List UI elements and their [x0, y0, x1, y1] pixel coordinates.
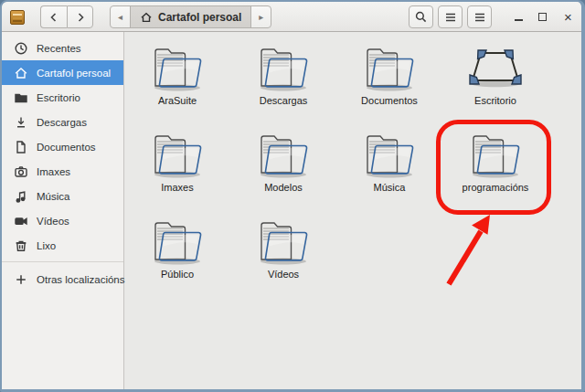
- menu-button[interactable]: [467, 5, 492, 28]
- navigation-buttons: [40, 5, 93, 28]
- music-icon: [14, 189, 28, 204]
- search-icon: [415, 11, 427, 23]
- folder-icon: [148, 129, 207, 180]
- folder-item-descargas[interactable]: Descargas: [234, 42, 333, 122]
- folder-icon: [254, 129, 313, 180]
- desktop-icon: [466, 42, 525, 93]
- sidebar-item-música[interactable]: Música: [2, 184, 123, 208]
- clock-icon: [14, 41, 28, 56]
- sidebar-item-label: Descargas: [37, 117, 87, 128]
- sidebar-item-label: Escritorio: [37, 92, 80, 103]
- sidebar-item-label: Imaxes: [37, 166, 70, 177]
- folder-item-arasuite[interactable]: AraSuite: [128, 42, 227, 122]
- sidebar-item-lixo[interactable]: Lixo: [2, 233, 123, 258]
- folder-item-label: Descargas: [260, 95, 308, 106]
- minimize-icon[interactable]: [515, 13, 523, 21]
- window-controls: ×: [515, 2, 574, 32]
- sidebar-item-cartafol-persoal[interactable]: Cartafol persoal: [2, 60, 123, 85]
- home-icon: [140, 11, 153, 24]
- folder-item-música[interactable]: Música: [340, 129, 439, 209]
- close-icon[interactable]: ×: [562, 11, 574, 23]
- folder-item-vídeos[interactable]: Vídeos: [234, 216, 333, 296]
- search-button[interactable]: [409, 5, 433, 28]
- folder-icon: [14, 90, 28, 105]
- sidebar-item-other-locations[interactable]: Otras localizacións: [2, 267, 123, 291]
- folder-item-label: AraSuite: [158, 95, 197, 106]
- video-icon: [14, 214, 28, 228]
- sidebar-item-label: Documentos: [37, 142, 96, 153]
- sidebar-separator: [2, 261, 123, 262]
- folder-item-label: Documentos: [361, 95, 418, 106]
- sidebar-item-label: Lixo: [37, 240, 56, 251]
- sidebar-item-label: Vídeos: [37, 216, 69, 227]
- folder-item-programacións[interactable]: programacións: [446, 129, 545, 209]
- camera-icon: [14, 164, 28, 179]
- sidebar-item-descargas[interactable]: Descargas: [2, 110, 123, 134]
- folder-icon: [360, 129, 419, 180]
- titlebar: ◂ Cartafol persoal ▸ ×: [2, 2, 581, 32]
- view-list-button[interactable]: [438, 5, 463, 28]
- folder-item-label: Modelos: [264, 182, 303, 193]
- sidebar-item-label: Cartafol persoal: [37, 68, 111, 79]
- forward-button[interactable]: [67, 5, 93, 28]
- menu-icon: [474, 13, 485, 22]
- folder-item-label: Público: [161, 269, 194, 280]
- list-view-icon: [445, 13, 456, 22]
- folder-icon: [254, 42, 313, 93]
- sidebar: Recentes Cartafol persoal Escritorio Des…: [2, 32, 124, 389]
- main-area: Recentes Cartafol persoal Escritorio Des…: [2, 32, 581, 389]
- folder-item-label: programacións: [463, 182, 529, 193]
- folder-item-documentos[interactable]: Documentos: [340, 42, 439, 122]
- sidebar-item-label: Otras localizacións: [37, 274, 125, 285]
- toolbar-right: [409, 5, 492, 28]
- path-segment-home[interactable]: Cartafol persoal: [130, 6, 251, 27]
- folder-icon: [360, 42, 419, 93]
- folder-icon: [466, 129, 525, 180]
- folder-item-label: Escritorio: [474, 95, 516, 106]
- folder-view: AraSuite Descargas Documentos: [125, 32, 581, 389]
- forward-icon: [76, 13, 85, 22]
- app-icon: [10, 10, 25, 25]
- path-bar: ◂ Cartafol persoal ▸: [110, 5, 271, 28]
- document-icon: [14, 140, 28, 154]
- path-segment-label: Cartafol persoal: [158, 11, 241, 24]
- path-scroll-right-button[interactable]: ▸: [251, 6, 271, 27]
- plus-icon: [14, 272, 28, 287]
- folder-icon: [148, 42, 207, 93]
- trash-icon: [14, 238, 28, 253]
- folder-item-escritorio[interactable]: Escritorio: [446, 42, 545, 122]
- sidebar-item-documentos[interactable]: Documentos: [2, 134, 123, 159]
- folder-item-label: Vídeos: [268, 269, 299, 280]
- maximize-icon[interactable]: [538, 13, 547, 21]
- sidebar-item-recentes[interactable]: Recentes: [2, 36, 123, 60]
- path-scroll-left-button[interactable]: ◂: [111, 6, 130, 27]
- folder-item-label: Música: [374, 182, 406, 193]
- sidebar-list: Recentes Cartafol persoal Escritorio Des…: [2, 36, 123, 258]
- home-icon: [14, 66, 28, 80]
- sidebar-item-escritorio[interactable]: Escritorio: [2, 85, 123, 110]
- folder-item-imaxes[interactable]: Imaxes: [128, 129, 227, 209]
- sidebar-item-label: Música: [37, 191, 69, 202]
- file-manager-window: ◂ Cartafol persoal ▸ ×: [0, 0, 585, 392]
- folder-icon: [254, 216, 313, 267]
- sidebar-footer: Otras localizacións: [2, 267, 123, 291]
- sidebar-item-label: Recentes: [37, 43, 81, 54]
- folder-item-label: Imaxes: [161, 182, 193, 193]
- folder-icon: [148, 216, 207, 267]
- folder-item-público[interactable]: Público: [128, 216, 227, 296]
- download-icon: [14, 115, 28, 130]
- sidebar-item-vídeos[interactable]: Vídeos: [2, 208, 123, 233]
- folder-item-modelos[interactable]: Modelos: [234, 129, 333, 209]
- sidebar-item-imaxes[interactable]: Imaxes: [2, 159, 123, 184]
- back-icon: [49, 13, 58, 22]
- back-button[interactable]: [40, 5, 67, 28]
